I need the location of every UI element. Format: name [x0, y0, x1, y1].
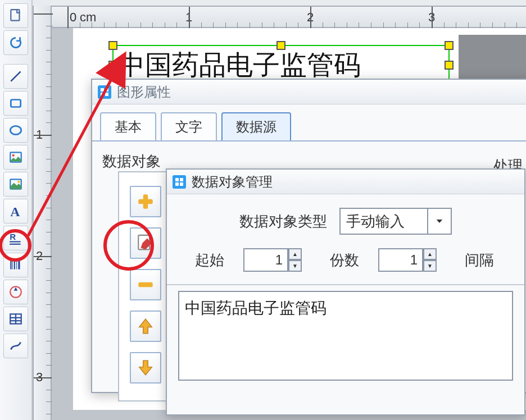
tool-curve[interactable] [3, 334, 28, 358]
svg-rect-30 [175, 178, 179, 181]
spinner[interactable]: ▲▼ [288, 248, 302, 272]
selection-handle[interactable] [108, 61, 117, 70]
svg-rect-23 [105, 88, 108, 92]
selection-handle[interactable] [445, 61, 454, 70]
dialog-titlebar[interactable]: 图形属性 [92, 80, 526, 104]
svg-point-5 [12, 154, 15, 157]
svg-rect-27 [138, 199, 153, 204]
tool-barcode[interactable] [3, 253, 28, 277]
content-textarea[interactable]: 中国药品电子监管码 [178, 291, 513, 381]
svg-rect-32 [175, 182, 179, 186]
tab-basic[interactable]: 基本 [100, 112, 156, 140]
tool-table[interactable] [3, 307, 28, 331]
ruler-vertical: 1 2 3 [33, 6, 52, 420]
svg-rect-14 [14, 261, 15, 269]
tool-rect[interactable] [3, 91, 28, 116]
data-object-buttons [118, 171, 173, 401]
add-button[interactable] [130, 186, 161, 217]
tool-picture[interactable] [3, 172, 28, 197]
tool-rich-text[interactable]: R [3, 226, 28, 250]
ruler-unit-text: cm [80, 10, 96, 25]
spinner[interactable]: ▲▼ [423, 248, 437, 272]
inner-dialog-icon [173, 175, 186, 189]
inner-dialog-title: 数据对象管理 [192, 173, 273, 191]
ruler-horizontal: 0 cm 1 2 3 [52, 6, 526, 28]
selection-handle[interactable] [276, 41, 285, 50]
ruler-unit: 0 [70, 10, 76, 25]
svg-rect-22 [101, 88, 104, 92]
svg-rect-2 [11, 100, 20, 107]
selection-handle[interactable] [108, 41, 117, 50]
type-label: 数据对象类型 [239, 212, 327, 231]
chevron-down-icon[interactable] [427, 209, 451, 234]
move-up-button[interactable] [130, 311, 161, 342]
count-label: 份数 [330, 250, 359, 270]
tool-line[interactable] [3, 64, 28, 89]
count-input[interactable]: 1 ▲▼ [378, 248, 423, 272]
svg-rect-24 [101, 93, 104, 96]
svg-line-1 [11, 71, 20, 81]
svg-rect-15 [16, 261, 17, 269]
tab-text[interactable]: 文字 [161, 112, 217, 140]
selection-handle[interactable] [445, 41, 454, 50]
dialog-title: 图形属性 [117, 83, 171, 101]
svg-text:A: A [10, 204, 20, 218]
tool-refresh[interactable] [3, 30, 28, 55]
svg-text:R: R [10, 232, 16, 241]
type-value: 手动输入 [346, 212, 405, 231]
dialog-data-object-manager: 数据对象管理 数据对象类型 手动输入 起始 1 ▲▼ 份数 1 ▲▼ 间隔 中国… [166, 168, 525, 416]
svg-rect-12 [10, 261, 11, 269]
svg-rect-25 [105, 93, 108, 96]
start-label: 起始 [195, 250, 224, 270]
svg-rect-31 [180, 178, 183, 181]
svg-rect-33 [180, 182, 183, 186]
type-select[interactable]: 手动输入 [339, 208, 452, 235]
svg-point-7 [17, 181, 20, 183]
tool-polygon[interactable] [3, 280, 28, 304]
move-down-button[interactable] [130, 352, 161, 384]
svg-point-3 [10, 126, 21, 134]
remove-button[interactable] [130, 269, 161, 300]
gray-margin [459, 35, 526, 79]
edit-button[interactable] [130, 227, 161, 259]
tool-document[interactable] [3, 3, 28, 28]
tool-text[interactable]: A [3, 199, 28, 223]
svg-rect-29 [138, 282, 153, 287]
tabs: 基本 文字 数据源 [92, 104, 526, 140]
svg-rect-0 [11, 10, 19, 20]
toolbar-left: A R [0, 0, 33, 420]
tool-image[interactable] [3, 145, 28, 170]
start-input[interactable]: 1 ▲▼ [243, 248, 288, 272]
interval-label: 间隔 [465, 250, 494, 270]
svg-rect-13 [12, 261, 13, 269]
tab-datasource[interactable]: 数据源 [221, 112, 291, 140]
tool-ellipse[interactable] [3, 118, 28, 143]
svg-rect-16 [18, 261, 20, 269]
inner-titlebar[interactable]: 数据对象管理 [167, 170, 524, 194]
dialog-icon [98, 85, 111, 99]
